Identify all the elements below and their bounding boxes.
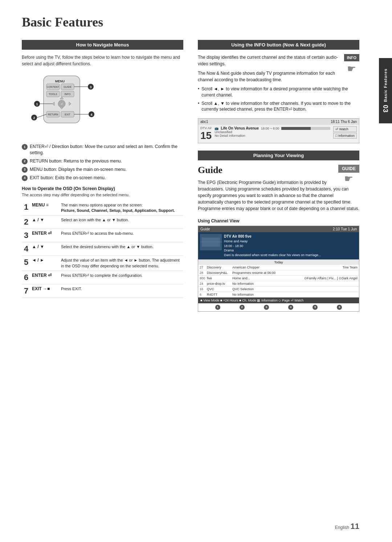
epg-featured: DTV Air 800 five Home and Away 18:00 - 1…	[198, 232, 359, 259]
epg-header: Guide 2:10 Tue 1 Jun	[198, 226, 359, 232]
guide-text: The EPG (Electronic Programme Guide) inf…	[198, 179, 359, 212]
svg-text:4: 4	[90, 113, 92, 116]
step-row: 7EXIT →■Press EXIT.	[22, 284, 183, 298]
navigate-menus-header: How to Navigate Menus	[22, 40, 183, 50]
epg-callout: 2	[240, 305, 245, 310]
remote-svg: MENU CONTENT GUIDE TOOLS INFO	[22, 72, 102, 137]
step-row: 5◄ / ►Adjust the value of an item with t…	[22, 256, 183, 271]
chapter-label: Basic Features	[383, 69, 388, 102]
channel-info-top: abc1 18:11 Thu 6 Jan	[198, 119, 359, 125]
info-section: Using the INFO button (Now & Next guide)…	[198, 40, 359, 143]
osd-header: How to Operate the OSD (On Screen Displa…	[22, 186, 183, 191]
epg-channel-row: 28DiscoveryH&LProgrammes resume at 06:00	[198, 270, 359, 276]
step-row: 4▲ / ▼Select the desired submenu with th…	[22, 242, 183, 256]
svg-text:GUIDE: GUIDE	[64, 86, 72, 88]
chapter-number: 03	[382, 105, 389, 113]
epg-channel-row: 16QVCQVC Selection	[198, 287, 359, 292]
svg-text:CONTENT: CONTENT	[47, 86, 60, 88]
svg-text:INFO: INFO	[65, 93, 71, 95]
svg-text:TOOLS: TOOLS	[49, 93, 57, 95]
epg-callout: 6	[337, 305, 342, 310]
callout-item-4: 4 EXIT button: Exits the on-screen menu.	[22, 175, 183, 181]
info-button-visual: INFO ☛	[344, 54, 359, 75]
guide-button-visual: GUIDE ☛	[338, 165, 359, 185]
left-column: How to Navigate Menus Before using the T…	[22, 40, 183, 312]
callout-item-1: 1 ENTER⏎ / Direction button: Move the cu…	[22, 144, 183, 156]
step-row: 1MENU ≡The main menu options appear on t…	[22, 201, 183, 215]
planning-section: Planning Your Viewing	[198, 151, 359, 160]
navigate-intro: Before using the TV, follow the steps be…	[22, 54, 183, 67]
step-row: 6ENTER ⏎Press ENTER⏎ to complete the con…	[22, 271, 183, 284]
info-finger-icon: ☛	[344, 63, 359, 75]
planning-header: Planning Your Viewing	[198, 151, 359, 160]
epg-channel-row: 27DiscoveryAmerican ChopperTine Team	[198, 265, 359, 270]
info-header: Using the INFO button (Now & Next guide)	[198, 40, 359, 50]
svg-text:MENU: MENU	[55, 79, 65, 83]
svg-text:1: 1	[36, 102, 38, 106]
info-button-label: INFO	[344, 54, 359, 61]
page-footer: English 11	[335, 522, 359, 531]
info-text-2: The Now & Next guide shows daily TV prog…	[198, 70, 359, 83]
step-row: 2▲ / ▼Select an icon with the ▲ or ▼ but…	[22, 215, 183, 229]
channel-view-header: Using Channel View	[198, 218, 359, 223]
guide-finger-icon: ☛	[338, 173, 359, 185]
step-row: 3ENTER ⏎Press ENTER⏎ to access the sub-m…	[22, 229, 183, 242]
epg-callout: 4	[288, 305, 293, 310]
epg-thumbnail	[200, 234, 222, 250]
steps-table: 1MENU ≡The main menu options appear on t…	[22, 201, 183, 298]
osd-note: The access step may differ depending on …	[22, 193, 183, 197]
svg-text:3: 3	[90, 85, 91, 89]
right-column: Using the INFO button (Now & Next guide)…	[198, 40, 359, 312]
svg-text:2: 2	[33, 116, 35, 120]
guide-button-label: GUIDE	[338, 165, 359, 173]
epg-box: Guide 2:10 Tue 1 Jun	[198, 226, 359, 311]
info-bullet-2: • Scroll ▲, ▼ to view information for ot…	[198, 100, 359, 113]
callout-list: 1 ENTER⏎ / Direction button: Move the cu…	[22, 144, 183, 181]
svg-text:RETURN: RETURN	[48, 113, 58, 116]
epg-channel-row: 6R4DTTNo Information	[198, 292, 359, 297]
epg-bottom-bar: ■ View Mode ■ +24 Hours ■ Ch. Mode ▦ Inf…	[198, 297, 359, 303]
callout-item-2: 2 RETURN button: Returns to the previous…	[22, 158, 183, 164]
channel-info-main: DTV Air 15 📺 Life On Venus Avenue 18:00 …	[198, 125, 359, 143]
info-bullet-1: • Scroll ◄, ► to view information for a …	[198, 86, 359, 98]
guide-section: GUIDE ☛ Guide The EPG (Electronic Progra…	[198, 165, 359, 311]
callout-item-3: 3 MENU button: Displays the main on-scre…	[22, 167, 183, 173]
channel-info-box: abc1 18:11 Thu 6 Jan DTV Air 15 📺	[198, 118, 359, 143]
guide-title: Guide	[198, 165, 359, 176]
info-text-1: The display identifies the current chann…	[198, 54, 359, 67]
page-title: Basic Features	[22, 15, 359, 30]
epg-callout: 3	[264, 305, 269, 310]
epg-callouts: 123456	[198, 303, 359, 311]
epg-channel-row: 800fiveHome and...⊙Family Affairs | Fiv.…	[198, 276, 359, 281]
chapter-tab: 03 Basic Features	[379, 58, 392, 123]
epg-channels: Today 27DiscoveryAmerican ChopperTine Te…	[198, 260, 359, 297]
remote-diagram: MENU CONTENT GUIDE TOOLS INFO	[22, 72, 183, 139]
epg-callout: 1	[215, 305, 220, 310]
epg-channel-row: 24price-drop.tvNo Information	[198, 281, 359, 287]
svg-text:⏎: ⏎	[61, 103, 63, 105]
svg-text:EXIT: EXIT	[65, 113, 70, 116]
epg-callout: 5	[313, 305, 318, 310]
